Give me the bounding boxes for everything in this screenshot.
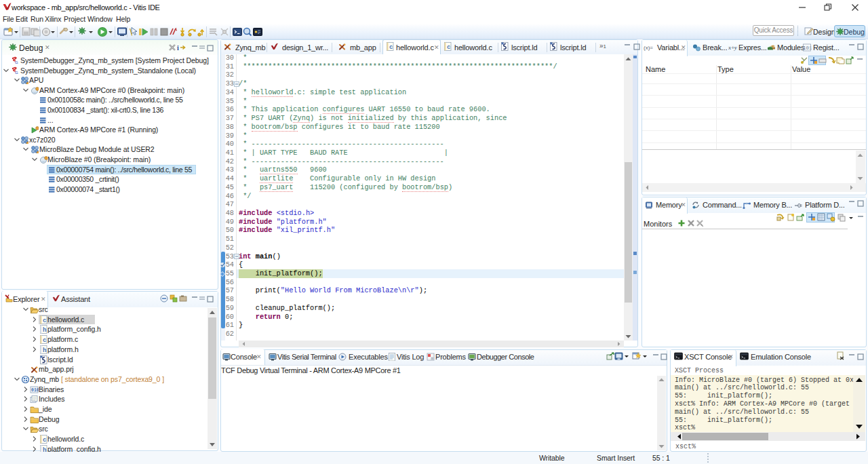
svg-text:101: 101 [803, 45, 812, 51]
svg-text:i: i [177, 44, 179, 52]
svg-text:c: c [389, 44, 393, 51]
svg-text:c: c [447, 44, 450, 51]
svg-text:c: c [43, 437, 46, 444]
svg-text:G: G [15, 60, 18, 64]
svg-text:010: 010 [31, 388, 39, 393]
svg-text:h: h [43, 327, 46, 334]
svg-text:G: G [15, 71, 18, 75]
svg-text:c: c [43, 337, 46, 344]
svg-text:x+y: x+y [728, 44, 737, 51]
svg-text:(x)=: (x)= [644, 45, 653, 51]
svg-text:c: c [43, 317, 46, 324]
svg-text:h: h [43, 347, 46, 354]
